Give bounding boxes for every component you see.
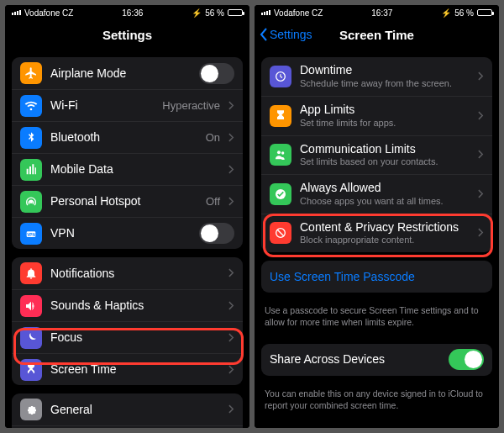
row-personal-hotspot[interactable]: Personal HotspotOff (12, 185, 243, 217)
phone-screen-time: Vodafone CZ 16:37 ⚡ 56 % Settings Screen… (255, 5, 499, 428)
use-passcode-label: Use Screen Time Passcode (270, 270, 415, 284)
battery-icon (477, 9, 492, 16)
settings-group-alerts: NotificationsSounds & HapticsFocusScreen… (12, 257, 243, 385)
back-button[interactable]: Settings (260, 28, 312, 41)
status-time: 16:37 (371, 8, 392, 18)
row-title: Personal Hotspot (50, 194, 197, 209)
gear-icon (20, 399, 42, 420)
carrier-label: Vodafone CZ (274, 8, 323, 18)
row-subtitle: Schedule time away from the screen. (300, 78, 470, 90)
carrier-label: Vodafone CZ (24, 8, 73, 18)
wifi-icon (20, 95, 42, 117)
chevron-right-icon (228, 330, 234, 346)
share-devices-row[interactable]: Share Across Devices (261, 344, 492, 376)
battery-icon (228, 9, 243, 16)
status-time: 16:36 (122, 8, 143, 18)
page-title: Settings (102, 28, 152, 42)
restrict-icon (270, 222, 291, 244)
status-bar: Vodafone CZ 16:37 ⚡ 56 % (255, 5, 499, 20)
row-control-centre[interactable]: Control Centre (12, 425, 243, 428)
chevron-right-icon (228, 194, 234, 209)
vpn-icon: VPN (20, 223, 42, 245)
chevron-right-icon (478, 225, 484, 240)
chevron-right-icon (228, 362, 234, 378)
row-value: Off (206, 195, 220, 208)
row-airplane-mode[interactable]: Airplane Mode (12, 57, 243, 89)
row-title: Focus (50, 330, 220, 345)
toggle[interactable] (199, 63, 234, 84)
row-general[interactable]: General (12, 393, 243, 425)
hotspot-icon (20, 191, 42, 213)
allowed-icon (270, 183, 291, 205)
use-passcode-link[interactable]: Use Screen Time Passcode (261, 261, 492, 293)
applimits-icon (270, 105, 291, 127)
chevron-right-icon (228, 162, 234, 177)
chevron-right-icon (228, 98, 234, 114)
row-downtime[interactable]: DowntimeSchedule time away from the scre… (261, 57, 492, 96)
screen-time-group-passcode: Use Screen Time Passcode (261, 261, 492, 293)
share-devices-label: Share Across Devices (270, 352, 440, 367)
row-title: Bluetooth (50, 130, 197, 145)
row-always-allowed[interactable]: Always AllowedChoose apps you want at al… (261, 174, 492, 214)
settings-content[interactable]: Airplane ModeWi-FiHyperactiveBluetoothOn… (5, 49, 249, 428)
row-subtitle: Set time limits for apps. (300, 118, 470, 129)
row-subtitle: Block inappropriate content. (300, 235, 470, 246)
charging-icon: ⚡ (441, 8, 451, 18)
mobiledata-icon (20, 159, 42, 181)
moon-icon (20, 327, 42, 349)
nav-bar: Settings (5, 20, 249, 49)
chevron-right-icon (228, 130, 234, 145)
row-vpn[interactable]: VPNVPN (12, 217, 243, 249)
row-screen-time[interactable]: Screen Time (12, 353, 243, 385)
row-mobile-data[interactable]: Mobile Data (12, 153, 243, 185)
commlimits-icon (270, 144, 291, 166)
row-title: Airplane Mode (50, 66, 191, 81)
battery-pct: 56 % (205, 8, 224, 18)
row-title: Always Allowed (300, 181, 470, 195)
row-notifications[interactable]: Notifications (12, 257, 243, 289)
passcode-footnote: Use a passcode to secure Screen Time set… (255, 301, 499, 335)
speaker-icon (20, 295, 42, 317)
phone-settings: Vodafone CZ 16:36 ⚡ 56 % Settings Airpla… (5, 5, 249, 428)
row-title: Notifications (50, 267, 220, 281)
screen-time-group-main: DowntimeSchedule time away from the scre… (261, 57, 492, 252)
row-communication-limits[interactable]: Communication LimitsSet limits based on … (261, 135, 492, 175)
row-subtitle: Choose apps you want at all times. (300, 196, 470, 208)
signal-icon (261, 10, 270, 15)
row-sounds-haptics[interactable]: Sounds & Haptics (12, 289, 243, 321)
chevron-right-icon (228, 402, 234, 417)
row-title: Wi-Fi (50, 98, 154, 113)
chevron-right-icon (478, 147, 484, 162)
svg-line-11 (277, 230, 284, 236)
row-title: Mobile Data (50, 162, 220, 177)
status-bar: Vodafone CZ 16:36 ⚡ 56 % (5, 5, 249, 20)
row-value: On (206, 131, 220, 144)
row-title: Communication Limits (300, 142, 470, 156)
row-value: Hyperactive (162, 99, 220, 112)
toggle[interactable] (199, 223, 234, 244)
page-title: Screen Time (339, 28, 414, 42)
hourglass-icon (20, 359, 42, 381)
screen-time-group-share: Share Across Devices (261, 344, 492, 376)
settings-group-network: Airplane ModeWi-FiHyperactiveBluetoothOn… (12, 57, 243, 249)
chevron-right-icon (478, 187, 484, 202)
row-title: VPN (50, 226, 191, 240)
chevron-right-icon (228, 298, 234, 314)
battery-pct: 56 % (454, 8, 474, 18)
share-devices-toggle[interactable] (449, 349, 484, 370)
svg-point-7 (277, 151, 281, 155)
row-content-privacy-restrictions[interactable]: Content & Privacy RestrictionsBlock inap… (261, 214, 492, 253)
row-title: General (50, 403, 220, 417)
row-bluetooth[interactable]: BluetoothOn (12, 121, 243, 153)
row-focus[interactable]: Focus (12, 321, 243, 353)
row-wi-fi[interactable]: Wi-FiHyperactive (12, 89, 243, 121)
row-app-limits[interactable]: App LimitsSet time limits for apps. (261, 96, 492, 135)
airplane-icon (20, 62, 42, 84)
svg-text:VPN: VPN (27, 232, 35, 236)
back-label: Settings (270, 28, 312, 41)
settings-group-general: GeneralControl Centre (12, 393, 243, 428)
screen-time-content[interactable]: DowntimeSchedule time away from the scre… (255, 49, 499, 428)
bluetooth-icon (20, 127, 42, 149)
chevron-right-icon (478, 108, 484, 124)
row-title: Downtime (300, 63, 470, 77)
